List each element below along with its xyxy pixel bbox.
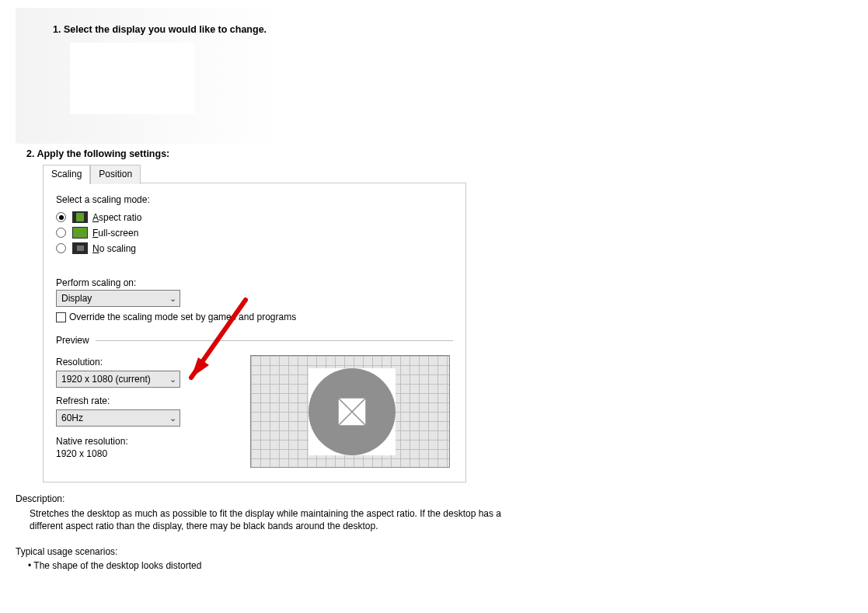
chevron-down-icon: ⌄	[169, 294, 176, 304]
scaling-mode-full-screen[interactable]: Full-screen	[56, 227, 453, 239]
description-section: Description: Stretches the desktop as mu…	[16, 493, 860, 532]
scaling-mode-label: Select a scaling mode:	[56, 194, 453, 205]
radio-icon[interactable]	[56, 243, 66, 253]
scaling-mode-group: Aspect ratio Full-screen No scaling	[56, 211, 453, 254]
display-picker-area: 1. Select the display you would like to …	[16, 8, 497, 144]
scaling-mode-no-scaling[interactable]: No scaling	[56, 242, 453, 254]
description-text: Stretches the desktop as much as possibl…	[30, 507, 527, 532]
scaling-tab-body: Select a scaling mode: Aspect ratio Full…	[44, 183, 465, 482]
chevron-down-icon: ⌄	[169, 413, 176, 423]
resolution-label: Resolution:	[56, 357, 211, 367]
native-resolution-label: Native resolution:	[56, 436, 211, 447]
scaling-mode-label-full: Full-screen	[92, 228, 138, 239]
aspect-ratio-icon	[72, 211, 88, 223]
override-checkbox[interactable]	[56, 312, 66, 322]
step-1-title: 1. Select the display you would like to …	[53, 24, 267, 35]
scaling-mode-label-aspect: Aspect ratio	[92, 212, 141, 223]
scaling-mode-aspect-ratio[interactable]: Aspect ratio	[56, 211, 453, 223]
settings-panel: Scaling Position Select a scaling mode: …	[43, 183, 466, 482]
radio-icon[interactable]	[56, 228, 66, 238]
tab-position[interactable]: Position	[90, 165, 141, 184]
perform-scaling-select[interactable]: Display ⌄	[56, 290, 180, 307]
divider	[96, 340, 453, 341]
tab-scaling[interactable]: Scaling	[43, 165, 90, 184]
refresh-rate-select[interactable]: 60Hz ⌄	[56, 409, 180, 427]
perform-scaling-label: Perform scaling on:	[56, 277, 453, 288]
preview-image	[250, 355, 450, 468]
native-resolution-value: 1920 x 1080	[56, 448, 211, 459]
step-2-title: 2. Apply the following settings:	[26, 148, 860, 159]
scaling-mode-label-noscale: No scaling	[92, 243, 136, 254]
description-title: Description:	[16, 493, 860, 504]
override-label: Override the scaling mode set by games a…	[69, 312, 296, 322]
radio-icon[interactable]	[56, 212, 66, 222]
chevron-down-icon: ⌄	[169, 374, 176, 385]
scenario-item: The shape of the desktop looks distorted	[28, 560, 860, 571]
preview-section-label: Preview	[56, 335, 89, 346]
no-scaling-icon	[72, 242, 88, 254]
override-checkbox-row[interactable]: Override the scaling mode set by games a…	[56, 312, 453, 322]
display-settings-page: 1. Select the display you would like to …	[0, 0, 868, 571]
perform-scaling-value: Display	[61, 293, 92, 304]
refresh-rate-value: 60Hz	[61, 413, 83, 423]
refresh-rate-label: Refresh rate:	[56, 395, 211, 406]
display-thumbnail[interactable]	[70, 43, 194, 114]
scenarios-title: Typical usage scenarios:	[16, 546, 860, 557]
scenarios-section: Typical usage scenarios: The shape of th…	[16, 546, 860, 571]
tab-strip: Scaling Position	[43, 164, 141, 183]
full-screen-icon	[72, 227, 88, 239]
resolution-value: 1920 x 1080 (current)	[61, 374, 151, 385]
resolution-select[interactable]: 1920 x 1080 (current) ⌄	[56, 371, 180, 388]
